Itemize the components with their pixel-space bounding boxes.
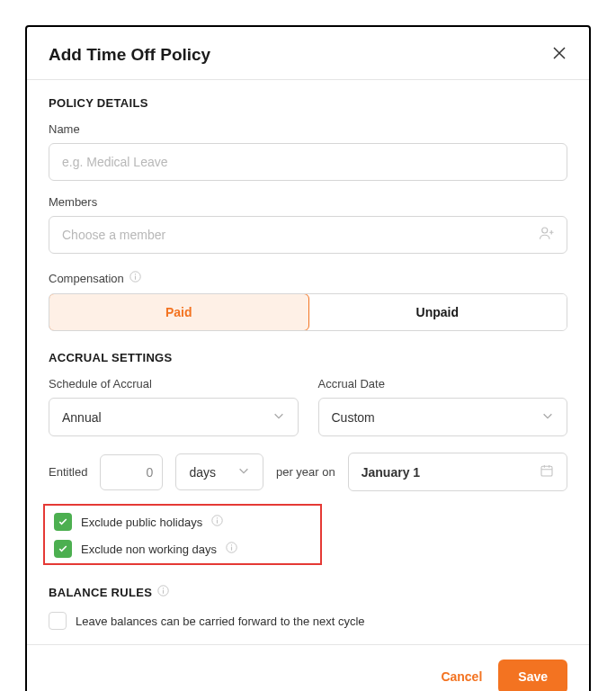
close-icon[interactable] xyxy=(551,45,567,65)
compensation-label-row: Compensation xyxy=(49,270,567,286)
svg-rect-7 xyxy=(217,517,218,518)
compensation-label: Compensation xyxy=(49,272,124,285)
policy-details-section-title: POLICY DETAILS xyxy=(49,96,567,110)
svg-rect-12 xyxy=(163,590,164,594)
cancel-button[interactable]: Cancel xyxy=(441,669,482,684)
info-icon[interactable] xyxy=(157,585,169,599)
date-value: January 1 xyxy=(362,465,420,480)
svg-rect-6 xyxy=(217,520,218,524)
add-time-off-policy-modal: Add Time Off Policy POLICY DETAILS Name … xyxy=(25,25,591,691)
svg-rect-2 xyxy=(135,276,136,280)
svg-rect-13 xyxy=(163,588,164,588)
compensation-paid-button[interactable]: Paid xyxy=(49,293,309,331)
svg-rect-4 xyxy=(541,466,552,476)
exclude-holidays-label: Exclude public holidays xyxy=(81,516,202,529)
exclude-nonworking-checkbox[interactable] xyxy=(54,540,72,558)
accrual-date-picker[interactable]: January 1 xyxy=(348,453,567,491)
add-member-icon[interactable] xyxy=(539,225,555,245)
entitled-label: Entitled xyxy=(49,465,87,479)
svg-rect-3 xyxy=(135,274,136,274)
modal-header: Add Time Off Policy xyxy=(27,27,589,80)
schedule-value: Annual xyxy=(62,410,102,425)
chevron-down-icon xyxy=(237,464,250,480)
members-label: Members xyxy=(49,195,567,209)
unit-value: days xyxy=(189,465,216,480)
save-button[interactable]: Save xyxy=(498,660,567,691)
compensation-segmented: Paid Unpaid xyxy=(49,293,567,331)
per-year-label: per year on xyxy=(276,465,335,479)
exclude-nonworking-label: Exclude non working days xyxy=(81,543,217,556)
svg-rect-10 xyxy=(231,544,232,545)
schedule-select[interactable]: Annual xyxy=(49,398,299,436)
accrual-date-select[interactable]: Custom xyxy=(318,398,568,436)
entitled-input[interactable] xyxy=(100,454,163,490)
modal-body: POLICY DETAILS Name Members Compensation… xyxy=(27,80,589,644)
calendar-icon xyxy=(540,463,554,480)
name-label: Name xyxy=(49,122,567,136)
accrual-date-label: Accrual Date xyxy=(318,377,568,390)
accrual-section-title: ACCRUAL SETTINGS xyxy=(49,351,567,364)
compensation-unpaid-button[interactable]: Unpaid xyxy=(308,294,567,330)
members-input[interactable] xyxy=(49,216,567,254)
exclude-holidays-checkbox[interactable] xyxy=(54,513,72,531)
info-icon[interactable] xyxy=(211,514,223,530)
chevron-down-icon xyxy=(541,409,554,425)
svg-point-0 xyxy=(542,228,548,233)
balance-section-title: BALANCE RULES xyxy=(49,586,152,599)
svg-rect-9 xyxy=(231,547,232,551)
name-input[interactable] xyxy=(49,143,567,181)
carry-forward-label: Leave balances can be carried forward to… xyxy=(76,615,365,628)
accrual-date-value: Custom xyxy=(332,410,375,425)
unit-select[interactable]: days xyxy=(175,453,263,490)
chevron-down-icon xyxy=(272,409,285,425)
info-icon[interactable] xyxy=(129,270,141,286)
carry-forward-checkbox[interactable] xyxy=(49,612,67,630)
modal-title: Add Time Off Policy xyxy=(49,45,210,65)
schedule-label: Schedule of Accrual xyxy=(49,377,299,390)
info-icon[interactable] xyxy=(226,541,237,557)
exclude-highlight: Exclude public holidays Exclude non work… xyxy=(43,504,322,565)
modal-footer: Cancel Save xyxy=(27,644,589,691)
